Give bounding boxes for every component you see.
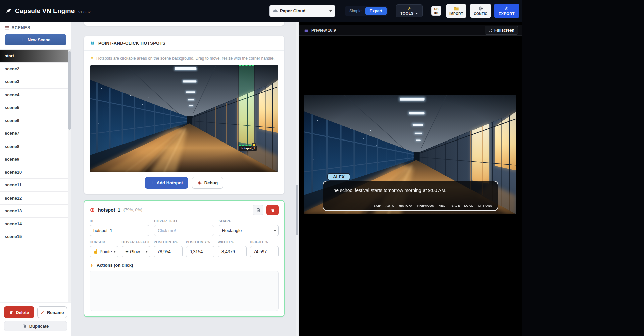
scenes-sidebar: SCENES New Scene startscene2scene3scene4…	[0, 22, 71, 336]
preview-header: Preview 16:9 Fullscreen	[299, 25, 522, 36]
actions-title: Actions (on click)	[97, 263, 133, 268]
scene-list-item[interactable]: scene12	[0, 192, 71, 205]
quickmenu-item[interactable]: SAVE	[451, 204, 460, 207]
scene-list-item[interactable]: scene10	[0, 166, 71, 179]
cloud-icon	[273, 8, 278, 14]
game-stage[interactable]: ALEX The school festival starts tomorrow…	[304, 95, 516, 214]
hotspot-overlay[interactable]: hotspot_1	[239, 65, 254, 146]
trash-icon	[9, 310, 13, 315]
rename-scene-button[interactable]: Rename	[37, 306, 67, 318]
scene-list-item[interactable]: start	[0, 50, 71, 63]
delete-label: Delete	[16, 310, 29, 315]
chevron-down-icon	[274, 230, 276, 231]
field-position-y: POSITION Y%	[186, 240, 215, 257]
width-input[interactable]	[218, 246, 247, 257]
scene-list-item[interactable]: scene14	[0, 218, 71, 231]
scene-list-item[interactable]: scene15	[0, 230, 71, 243]
project-select-wrap: Paper Cloud	[269, 5, 335, 17]
config-button[interactable]: CONFIG	[470, 4, 491, 18]
scene-list-item[interactable]: scene8	[0, 140, 71, 153]
trash-icon	[270, 208, 275, 212]
actions-list[interactable]	[90, 271, 279, 311]
import-label: IMPORT	[449, 12, 463, 16]
export-button[interactable]: EXPORT	[494, 4, 519, 18]
scene-list-item[interactable]: scene7	[0, 127, 71, 140]
position-y-input[interactable]	[186, 246, 215, 257]
add-hotspot-button[interactable]: Add Hotspot	[145, 177, 188, 189]
clapperboard-icon	[304, 28, 309, 33]
app-title: Capsule VN Engine	[15, 7, 75, 15]
lightning-bolt-icon	[90, 263, 94, 268]
brand: Capsule VN Engine v1.8.32	[5, 7, 91, 15]
hover-text-label: HOVER TEXT	[154, 219, 214, 223]
height-input[interactable]	[250, 246, 279, 257]
shape-select[interactable]: Rectangle	[219, 225, 279, 236]
hotspot-editor-header: hotspot_1 (79%, 0%)	[84, 201, 284, 219]
mode-toggle: Simple Expert	[345, 6, 388, 16]
quickmenu-item[interactable]: SKIP	[374, 204, 381, 207]
menu-list-icon	[5, 25, 9, 30]
position-x-input[interactable]	[154, 246, 183, 257]
hover-text-input[interactable]	[154, 225, 214, 236]
delete-hotspot-button[interactable]	[266, 205, 279, 215]
chevron-down-icon	[329, 10, 332, 12]
new-scene-button[interactable]: New Scene	[5, 34, 66, 45]
preview-title: Preview 16:9	[311, 28, 336, 33]
config-label: CONFIG	[474, 12, 487, 16]
app-version: v1.8.32	[79, 8, 91, 14]
hotspot-id-input[interactable]	[90, 225, 149, 236]
quickmenu-item[interactable]: AUTO	[386, 204, 395, 207]
actions-section-header: Actions (on click)	[84, 257, 284, 271]
debug-label: Debug	[204, 180, 218, 185]
scene-list-item[interactable]: scene6	[0, 114, 71, 127]
quickmenu-item[interactable]: LOAD	[464, 204, 474, 207]
scene-list-item[interactable]: scene9	[0, 153, 71, 166]
chevron-down-icon	[113, 251, 116, 253]
quickmenu-item[interactable]: PREVIOUS	[417, 204, 434, 207]
mode-simple-button[interactable]: Simple	[346, 7, 365, 15]
scene-list-item[interactable]: scene3	[0, 75, 71, 89]
fullscreen-icon	[488, 28, 492, 32]
quickmenu-item[interactable]: HISTORY	[399, 204, 413, 207]
height-label: HEIGHT %	[250, 240, 279, 244]
duplicate-scene-button[interactable]: Duplicate	[4, 321, 67, 331]
quickmenu-item[interactable]: NEXT	[439, 204, 447, 207]
scene-actions: Delete Rename Duplicate	[0, 302, 71, 336]
field-height: HEIGHT %	[250, 240, 279, 257]
gear-icon	[478, 6, 483, 11]
field-id: ID	[90, 219, 149, 236]
dialogue-box[interactable]: The school festival starts tomorrow morn…	[323, 181, 498, 211]
fullscreen-button[interactable]: Fullscreen	[485, 26, 518, 35]
scene-list-item[interactable]: scene2	[0, 63, 71, 76]
app-window: Capsule VN Engine v1.8.32 Paper Cloud Si…	[0, 0, 522, 336]
cursor-label: CURSOR	[90, 240, 118, 244]
scene-background-editor[interactable]: hotspot_1	[90, 65, 278, 172]
project-select[interactable]: Paper Cloud	[269, 5, 335, 17]
copy-hotspot-button[interactable]	[253, 205, 263, 215]
wrench-icon	[407, 6, 411, 11]
mode-expert-button[interactable]: Expert	[365, 7, 387, 15]
hotspot-resize-handle[interactable]	[252, 143, 256, 147]
editor-scrollbar-track	[296, 22, 298, 336]
editor-scrollbar-thumb[interactable]	[296, 185, 298, 235]
scene-list-item[interactable]: scene13	[0, 205, 71, 218]
book-icon	[90, 41, 95, 46]
id-label: ID	[90, 219, 149, 223]
delete-scene-button[interactable]: Delete	[4, 306, 34, 318]
hotspot-coords: (79%, 0%)	[123, 208, 142, 212]
scene-list-item[interactable]: scene4	[0, 89, 71, 102]
scene-list-item[interactable]: scene11	[0, 179, 71, 192]
language-button[interactable]: US EN	[431, 6, 442, 16]
debug-button[interactable]: Debug	[192, 177, 223, 189]
bug-icon	[197, 181, 202, 185]
hotspot-title: hotspot_1	[98, 207, 120, 213]
tip-text: Hotspots are clickable areas on the scen…	[96, 56, 275, 61]
tools-button[interactable]: TOOLS	[396, 4, 423, 17]
preview-panel: Preview 16:9 Fullscreen ALEX The sch	[299, 22, 522, 336]
section-title: POINT-AND-CLICK HOTSPOTS	[98, 41, 165, 46]
sidebar-scrollbar-thumb[interactable]	[68, 51, 71, 130]
scene-list-item[interactable]: scene5	[0, 101, 71, 114]
quickmenu-item[interactable]: OPTIONS	[478, 204, 492, 207]
import-button[interactable]: IMPORT	[446, 4, 466, 18]
lightbulb-icon	[90, 56, 94, 61]
